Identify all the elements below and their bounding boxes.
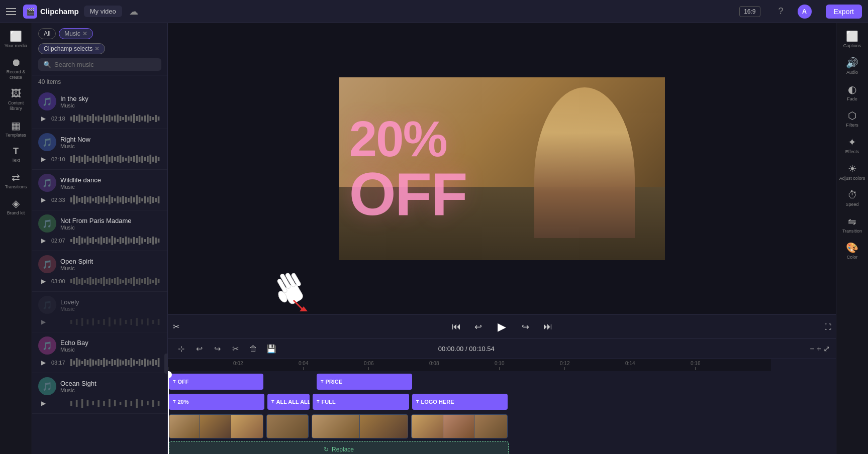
sidebar-item-captions[interactable]: ⬜ Captions	[838, 27, 866, 52]
clip-logo[interactable]: T LOGO HERE	[412, 394, 508, 410]
hamburger-menu[interactable]	[6, 6, 18, 18]
skip-forward-button[interactable]: ⏭	[540, 319, 556, 335]
video-name[interactable]: My video	[84, 6, 122, 17]
svg-rect-99	[70, 239, 72, 242]
undo-button[interactable]: ↩	[192, 342, 206, 356]
svg-rect-125	[141, 238, 143, 244]
redo-button[interactable]: ↪	[210, 342, 224, 356]
sidebar-item-effects[interactable]: ✦ Effects	[838, 133, 866, 158]
aspect-ratio[interactable]: 16:9	[739, 6, 760, 17]
play-button[interactable]: ▶	[38, 195, 48, 205]
play-button[interactable]: ▶	[38, 276, 48, 286]
play-button[interactable]: ▶	[38, 317, 48, 327]
music-duration: 02:10	[51, 156, 67, 162]
clipchamp-selects-chip[interactable]: Clipchamp selects ✕	[38, 43, 105, 54]
avatar[interactable]: A	[798, 5, 812, 19]
sidebar-item-your-media[interactable]: ⬜ Your media	[2, 27, 30, 52]
svg-rect-222	[109, 399, 111, 407]
sidebar-item-fade[interactable]: ◐ Fade	[838, 80, 866, 105]
delete-button[interactable]: 🗑	[246, 342, 260, 356]
timeline-playhead[interactable]	[168, 371, 169, 454]
waveform	[70, 275, 161, 287]
video-clip-1[interactable]	[169, 414, 263, 438]
music-list: 🎵 In the sky Music ▶ 02:18	[32, 88, 167, 454]
filter-music-chip[interactable]: Music ✕	[59, 28, 92, 39]
svg-rect-86	[125, 197, 127, 203]
music-cat: Music	[60, 306, 161, 312]
timeline-scroll[interactable]: 0:02 0:04 0:06 0:08 0:10 0:12 0:14 0:16	[168, 359, 836, 454]
trim-button[interactable]: ✂	[168, 319, 184, 335]
sidebar-item-brandkit[interactable]: ◈ Brand kit	[2, 194, 30, 219]
music-cat: Music	[60, 387, 161, 393]
zoom-in-button[interactable]: +	[817, 345, 821, 354]
video-clip-2[interactable]	[266, 414, 309, 438]
play-button[interactable]: ▶	[38, 236, 48, 246]
play-button[interactable]: ▶	[38, 358, 48, 368]
video-clip-4[interactable]	[411, 414, 508, 438]
replace-button[interactable]: ↻ Replace	[169, 441, 509, 454]
svg-rect-4	[81, 116, 83, 122]
play-button[interactable]: ▶	[38, 154, 48, 164]
audio-icon: 🔊	[846, 57, 858, 69]
sidebar-item-color[interactable]: 🎨 Color	[838, 239, 866, 263]
filter-all-button[interactable]: All	[38, 28, 56, 39]
replace-bar[interactable]: ↻ Replace	[169, 441, 770, 454]
svg-rect-46	[106, 155, 108, 164]
svg-rect-217	[81, 399, 83, 408]
effects-label: Effects	[845, 149, 859, 155]
clip-off[interactable]: T OFF	[169, 374, 263, 390]
fit-button[interactable]: ⤢	[823, 344, 830, 354]
clip-20[interactable]: T 20%	[169, 394, 264, 410]
search-input[interactable]	[54, 61, 156, 68]
clip-price[interactable]: T PRICE	[317, 374, 412, 390]
help-icon[interactable]: ?	[779, 6, 784, 17]
play-button[interactable]: ▶	[38, 113, 48, 124]
zoom-out-button[interactable]: −	[810, 345, 814, 354]
play-pause-button[interactable]: ▶	[493, 317, 512, 336]
svg-rect-111	[103, 238, 105, 243]
cut-button[interactable]: ✂	[228, 342, 242, 356]
sidebar-item-speed[interactable]: ⏱ Speed	[838, 186, 866, 210]
video-clip-3[interactable]	[312, 414, 408, 438]
speed-label: Speed	[845, 202, 858, 207]
svg-rect-94	[147, 197, 149, 202]
clipchamp-selects-remove[interactable]: ✕	[94, 45, 100, 52]
svg-rect-47	[109, 157, 111, 162]
svg-rect-130	[155, 238, 157, 244]
svg-rect-74	[92, 198, 94, 201]
sidebar-item-text[interactable]: T Text	[2, 143, 30, 166]
clip-all[interactable]: T ALL ALL ALL A	[267, 394, 310, 410]
sidebar-item-filters[interactable]: ⬡ Filters	[838, 106, 866, 131]
ruler-04: 0:04	[299, 361, 308, 370]
rewind-button[interactable]: ↩	[470, 319, 487, 335]
svg-rect-2	[76, 116, 78, 121]
clip-full[interactable]: T FULL	[313, 394, 409, 410]
sidebar-item-transition[interactable]: ⇋ Transition	[838, 212, 866, 237]
sidebar-item-audio[interactable]: 🔊 Audio	[838, 54, 866, 78]
fullscreen-button[interactable]: ⛶	[820, 319, 836, 335]
svg-rect-114	[111, 236, 113, 245]
select-tool-button[interactable]: ⊹	[174, 342, 188, 356]
ruler-08: 0:08	[429, 361, 439, 370]
music-title: In the sky	[60, 95, 161, 102]
sidebar-item-content[interactable]: 🖼 Content library	[2, 85, 30, 115]
filter-music-remove[interactable]: ✕	[82, 30, 87, 37]
export-button[interactable]: Export	[826, 5, 862, 19]
skip-back-button[interactable]: ⏮	[448, 319, 464, 335]
svg-rect-33	[70, 156, 72, 162]
sidebar-item-transitions[interactable]: ⇄ Transitions	[2, 168, 30, 193]
sidebar-item-templates[interactable]: ▦ Templates	[2, 117, 30, 141]
panel-collapse-button[interactable]: ‹	[164, 354, 168, 374]
svg-rect-14	[109, 115, 111, 122]
sidebar-item-record[interactable]: ⏺ Record & create	[2, 54, 30, 83]
music-title: Open Spirit	[60, 258, 161, 265]
svg-rect-26	[141, 117, 143, 121]
play-button[interactable]: ▶	[38, 398, 48, 408]
svg-point-237	[276, 290, 288, 304]
sidebar-item-adjust-colors[interactable]: ☀ Adjust colors	[838, 160, 866, 184]
save-button[interactable]: 💾	[264, 342, 278, 356]
svg-rect-121	[130, 239, 132, 243]
svg-rect-164	[158, 279, 160, 283]
svg-rect-101	[76, 238, 78, 243]
forward-button[interactable]: ↪	[518, 319, 534, 335]
